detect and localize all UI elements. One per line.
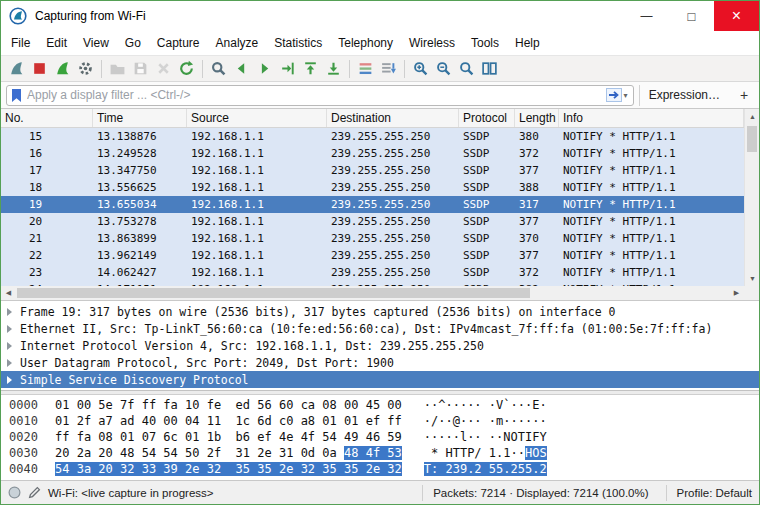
hscroll-track[interactable] (16, 286, 729, 300)
open-capture-file-button (106, 57, 129, 80)
expert-info-icon[interactable] (8, 486, 21, 499)
add-filter-button[interactable]: + (734, 85, 754, 106)
cell-destination: 239.255.255.250 (327, 198, 459, 211)
hex-ascii: ·····l·· ··NOTIFY (424, 430, 547, 446)
expand-arrow-icon[interactable] (7, 376, 12, 384)
scroll-left-icon[interactable]: ◀ (1, 286, 16, 301)
bookmark-icon[interactable] (10, 88, 23, 103)
zoom-out-icon (435, 60, 452, 77)
menu-telephony[interactable]: Telephony (330, 33, 401, 53)
capture-comment-icon[interactable] (28, 486, 41, 499)
expand-arrow-icon[interactable] (7, 359, 12, 367)
close-button[interactable]: × (714, 1, 759, 31)
auto-scroll-button[interactable] (377, 57, 400, 80)
menu-analyze[interactable]: Analyze (208, 33, 267, 53)
packet-row-15[interactable]: 1513.138876192.168.1.1239.255.255.250SSD… (1, 128, 744, 145)
cell-no: 21 (1, 232, 93, 245)
vertical-scrollbar[interactable]: ▲ ▼ (744, 109, 759, 286)
menu-go[interactable]: Go (117, 33, 149, 53)
packet-row-17[interactable]: 1713.347750192.168.1.1239.255.255.250SSD… (1, 162, 744, 179)
zoom-original-button[interactable] (455, 57, 478, 80)
packet-row-23[interactable]: 2314.062427192.168.1.1239.255.255.250SSD… (1, 264, 744, 281)
packet-row-20[interactable]: 2013.753278192.168.1.1239.255.255.250SSD… (1, 213, 744, 230)
detail-row-2[interactable]: Internet Protocol Version 4, Src: 192.16… (1, 337, 759, 354)
profile-button[interactable]: Profile: Default (666, 485, 752, 501)
stop-capture-button[interactable] (28, 57, 51, 80)
menu-view[interactable]: View (75, 33, 117, 53)
start-capture-button[interactable] (5, 57, 28, 80)
packet-row-19[interactable]: 1913.655034192.168.1.1239.255.255.250SSD… (1, 196, 744, 213)
column-header-info[interactable]: Info (559, 109, 744, 127)
menu-edit[interactable]: Edit (38, 33, 75, 53)
apply-arrow-icon (606, 88, 622, 102)
display-filter-input[interactable] (27, 88, 602, 102)
packet-bytes-pane: 000001 00 5e 7f ff fa 10 fe ed 56 60 ca … (1, 395, 759, 480)
scroll-down-icon[interactable]: ▼ (745, 271, 760, 286)
column-header-time[interactable]: Time (93, 109, 187, 127)
cell-protocol: SSDP (459, 147, 515, 160)
expand-arrow-icon[interactable] (7, 342, 12, 350)
menu-tools[interactable]: Tools (463, 33, 507, 53)
packet-row-22[interactable]: 2213.962149192.168.1.1239.255.255.250SSD… (1, 247, 744, 264)
horizontal-scrollbar[interactable]: ◀ ▶ (1, 286, 759, 301)
column-header-source[interactable]: Source (187, 109, 327, 127)
detail-row-4[interactable]: Simple Service Discovery Protocol (1, 371, 759, 388)
menu-file[interactable]: File (3, 33, 38, 53)
go-first-packet-button[interactable] (299, 57, 322, 80)
resize-columns-icon (481, 60, 498, 77)
column-header-destination[interactable]: Destination (327, 109, 459, 127)
colorize-packets-button[interactable] (354, 57, 377, 80)
menu-statistics[interactable]: Statistics (266, 33, 330, 53)
hex-row-0000[interactable]: 000001 00 5e 7f ff fa 10 fe ed 56 60 ca … (9, 398, 759, 414)
cell-protocol: SSDP (459, 266, 515, 279)
packet-row-21[interactable]: 2113.863899192.168.1.1239.255.255.250SSD… (1, 230, 744, 247)
expression-button[interactable]: Expression… (639, 85, 729, 106)
hex-offset: 0000 (9, 398, 51, 414)
expand-arrow-icon[interactable] (7, 325, 12, 333)
resize-columns-button[interactable] (478, 57, 501, 80)
detail-row-1[interactable]: Ethernet II, Src: Tp-LinkT_56:60:ca (10:… (1, 320, 759, 337)
hex-ascii: T: 239.2 55.255.2 (424, 462, 547, 478)
apply-filter-button[interactable]: ▾ (606, 88, 630, 102)
menu-help[interactable]: Help (507, 33, 548, 53)
packet-row-18[interactable]: 1813.556625192.168.1.1239.255.255.250SSD… (1, 179, 744, 196)
go-last-packet-button[interactable] (322, 57, 345, 80)
vscroll-thumb[interactable] (747, 126, 757, 152)
vscroll-track[interactable] (745, 124, 759, 271)
maximize-button[interactable]: □ (669, 1, 714, 31)
cell-protocol: SSDP (459, 164, 515, 177)
window-controls: — □ × (624, 1, 759, 31)
column-header-protocol[interactable]: Protocol (459, 109, 515, 127)
go-back-button[interactable] (230, 57, 253, 80)
zoom-in-button[interactable] (409, 57, 432, 80)
menu-capture[interactable]: Capture (149, 33, 208, 53)
detail-row-3[interactable]: User Datagram Protocol, Src Port: 2049, … (1, 354, 759, 371)
hex-row-0010[interactable]: 001001 2f a7 ad 40 00 04 11 1c 6d c0 a8 … (9, 414, 759, 430)
detail-row-0[interactable]: Frame 19: 317 bytes on wire (2536 bits),… (1, 303, 759, 320)
open-capture-file-icon (109, 60, 126, 77)
hex-row-0040[interactable]: 004054 3a 20 32 33 39 2e 32 35 35 2e 32 … (9, 462, 759, 478)
detail-text: Simple Service Discovery Protocol (20, 373, 248, 387)
reload-file-button[interactable] (175, 57, 198, 80)
hex-row-0020[interactable]: 0020ff fa 08 01 07 6c 01 1b b6 ef 4e 4f … (9, 430, 759, 446)
find-packet-button[interactable] (207, 57, 230, 80)
cell-destination: 239.255.255.250 (327, 232, 459, 245)
capture-options-button[interactable] (74, 57, 97, 80)
hscroll-thumb[interactable] (17, 288, 530, 298)
column-header-no[interactable]: No. (1, 109, 93, 127)
go-to-packet-button[interactable] (276, 57, 299, 80)
expand-arrow-icon[interactable] (7, 308, 12, 316)
scroll-right-icon[interactable]: ▶ (729, 286, 744, 301)
packet-row-16[interactable]: 1613.249528192.168.1.1239.255.255.250SSD… (1, 145, 744, 162)
menu-wireless[interactable]: Wireless (401, 33, 463, 53)
zoom-out-button[interactable] (432, 57, 455, 80)
detail-text: Frame 19: 317 bytes on wire (2536 bits),… (20, 305, 615, 319)
cell-time: 13.347750 (93, 164, 187, 177)
hex-row-0030[interactable]: 003020 2a 20 48 54 54 50 2f 31 2e 31 0d … (9, 446, 759, 462)
minimize-button[interactable]: — (624, 1, 669, 31)
column-header-length[interactable]: Length (515, 109, 559, 127)
scroll-up-icon[interactable]: ▲ (745, 109, 760, 124)
go-forward-button[interactable] (253, 57, 276, 80)
toolbar-separator (349, 60, 350, 78)
restart-capture-button[interactable] (51, 57, 74, 80)
